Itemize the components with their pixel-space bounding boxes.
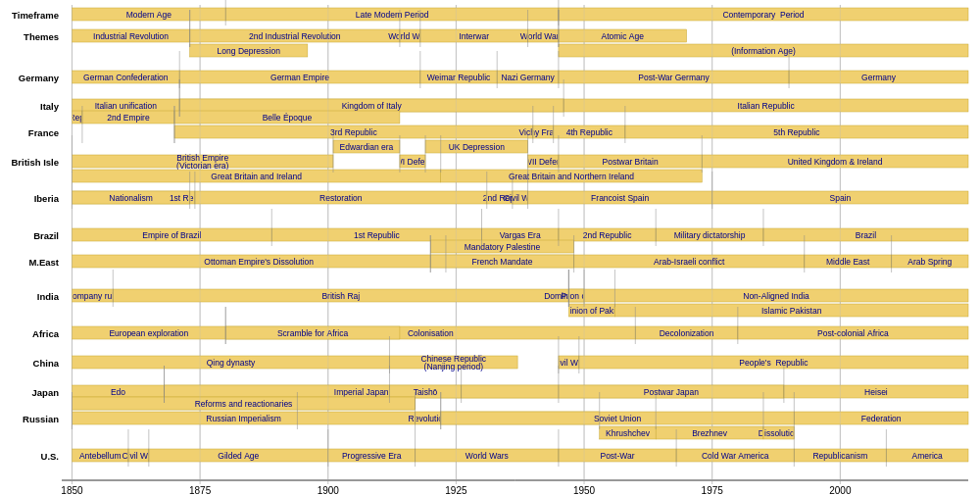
timeline-chart [0, 0, 980, 495]
